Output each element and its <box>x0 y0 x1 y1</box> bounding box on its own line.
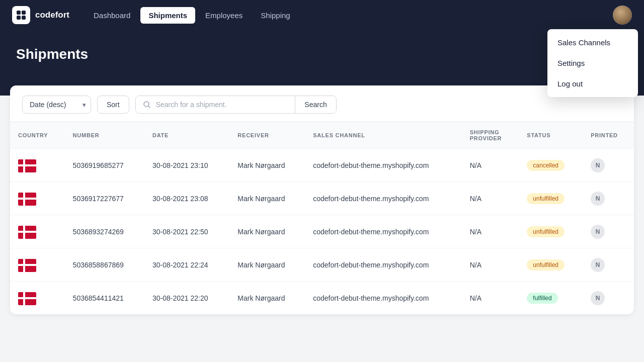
sort-button[interactable]: Sort <box>97 96 129 114</box>
svg-rect-1 <box>22 11 26 15</box>
logo[interactable]: codefort <box>12 6 69 24</box>
avatar-image <box>613 6 632 25</box>
svg-rect-3 <box>22 16 26 20</box>
table-row[interactable]: 503691722767730-08-2021 23:08Mark Nørgaa… <box>10 182 634 215</box>
flag-denmark <box>18 159 36 172</box>
cell-country <box>10 149 65 182</box>
flag-denmark <box>18 226 36 239</box>
cell-shipping-provider: N/A <box>462 282 519 315</box>
cell-country <box>10 248 65 282</box>
cell-receiver: Mark Nørgaard <box>229 248 305 282</box>
cell-sales-channel: codefort-debut-theme.myshopify.com <box>305 182 461 215</box>
flag-denmark <box>18 193 36 206</box>
page-title: Shipments <box>16 46 628 62</box>
dropdown-item-logout[interactable]: Log out <box>547 73 638 94</box>
cell-sales-channel: codefort-debut-theme.myshopify.com <box>305 149 461 182</box>
nav-link-dashboard[interactable]: Dashboard <box>86 7 138 24</box>
cell-date: 30-08-2021 22:24 <box>144 248 229 282</box>
sort-select-wrapper: Date (desc) Date (asc) Number (asc) ▾ <box>22 96 91 114</box>
cell-country <box>10 182 65 215</box>
printed-badge: N <box>591 291 605 305</box>
col-receiver: RECEIVER <box>229 122 305 149</box>
table-body: 503691968527730-08-2021 23:10Mark Nørgaa… <box>10 149 634 315</box>
table-row[interactable]: 503685441142130-08-2021 22:20Mark Nørgaa… <box>10 282 634 315</box>
table-row[interactable]: 503691968527730-08-2021 23:10Mark Nørgaa… <box>10 149 634 182</box>
cell-date: 30-08-2021 22:50 <box>144 215 229 248</box>
status-badge: unfulfilled <box>527 259 565 270</box>
cell-number: 5036917227677 <box>65 182 144 215</box>
cell-number: 5036893274269 <box>65 215 144 248</box>
status-badge: fulfilled <box>527 293 557 304</box>
sort-select[interactable]: Date (desc) Date (asc) Number (asc) <box>22 96 91 114</box>
printed-badge: N <box>591 192 605 206</box>
cell-printed: N <box>583 149 634 182</box>
table-row[interactable]: 503685886786930-08-2021 22:24Mark Nørgaa… <box>10 248 634 282</box>
cell-shipping-provider: N/A <box>462 215 519 248</box>
cell-status: fulfilled <box>519 282 583 315</box>
cell-country <box>10 282 65 315</box>
col-number: NUMBER <box>65 122 144 149</box>
cell-date: 30-08-2021 22:20 <box>144 282 229 315</box>
logo-icon <box>12 6 30 24</box>
table-header: COUNTRY NUMBER DATE RECEIVER SALES CHANN… <box>10 122 634 149</box>
cell-date: 30-08-2021 23:10 <box>144 149 229 182</box>
nav-links: Dashboard Shipments Employees Shipping <box>86 7 298 24</box>
cell-shipping-provider: N/A <box>462 182 519 215</box>
col-date: DATE <box>144 122 229 149</box>
table-row[interactable]: 503689327426930-08-2021 22:50Mark Nørgaa… <box>10 215 634 248</box>
search-button[interactable]: Search <box>295 96 336 113</box>
flag-denmark <box>18 292 36 305</box>
cell-status: unfulfilled <box>519 248 583 282</box>
flag-denmark <box>18 259 36 272</box>
shipments-table-wrap: COUNTRY NUMBER DATE RECEIVER SALES CHANN… <box>10 122 634 314</box>
cell-printed: N <box>583 182 634 215</box>
user-dropdown: Sales Channels Settings Log out <box>547 29 638 97</box>
printed-badge: N <box>591 258 605 272</box>
cell-printed: N <box>583 282 634 315</box>
cell-shipping-provider: N/A <box>462 248 519 282</box>
toolbar: Date (desc) Date (asc) Number (asc) ▾ So… <box>10 85 634 122</box>
dropdown-item-sales-channels[interactable]: Sales Channels <box>547 32 638 53</box>
nav-link-shipments[interactable]: Shipments <box>140 7 195 24</box>
cell-number: 5036854411421 <box>65 282 144 315</box>
col-printed: PRINTED <box>583 122 634 149</box>
cell-receiver: Mark Nørgaard <box>229 182 305 215</box>
status-badge: unfulfilled <box>527 193 565 204</box>
shipments-table: COUNTRY NUMBER DATE RECEIVER SALES CHANN… <box>10 122 634 314</box>
table-header-row: COUNTRY NUMBER DATE RECEIVER SALES CHANN… <box>10 122 634 149</box>
svg-rect-2 <box>17 16 21 20</box>
cell-country <box>10 215 65 248</box>
cell-number: 5036919685277 <box>65 149 144 182</box>
cell-receiver: Mark Nørgaard <box>229 282 305 315</box>
cell-status: unfulfilled <box>519 215 583 248</box>
nav-link-shipping[interactable]: Shipping <box>253 7 298 24</box>
main-card: Date (desc) Date (asc) Number (asc) ▾ So… <box>10 85 634 314</box>
navbar: codefort Dashboard Shipments Employees S… <box>0 0 644 30</box>
status-badge: cancelled <box>527 160 565 171</box>
cell-sales-channel: codefort-debut-theme.myshopify.com <box>305 282 461 315</box>
svg-line-5 <box>148 106 150 108</box>
search-input[interactable] <box>156 96 295 113</box>
col-sales-channel: SALES CHANNEL <box>305 122 461 149</box>
cell-sales-channel: codefort-debut-theme.myshopify.com <box>305 248 461 282</box>
cell-number: 5036858867869 <box>65 248 144 282</box>
cell-printed: N <box>583 215 634 248</box>
search-wrapper: Search <box>135 96 337 114</box>
search-icon <box>136 96 156 113</box>
cell-status: unfulfilled <box>519 182 583 215</box>
cell-receiver: Mark Nørgaard <box>229 215 305 248</box>
col-shipping-provider: SHIPPINGPROVIDER <box>462 122 519 149</box>
cell-sales-channel: codefort-debut-theme.myshopify.com <box>305 215 461 248</box>
cell-receiver: Mark Nørgaard <box>229 149 305 182</box>
status-badge: unfulfilled <box>527 226 565 237</box>
logo-text: codefort <box>35 10 69 20</box>
cell-date: 30-08-2021 23:08 <box>144 182 229 215</box>
nav-link-employees[interactable]: Employees <box>197 7 251 24</box>
avatar[interactable] <box>613 6 632 25</box>
printed-badge: N <box>591 225 605 239</box>
cell-status: cancelled <box>519 149 583 182</box>
printed-badge: N <box>591 158 605 172</box>
dropdown-item-settings[interactable]: Settings <box>547 53 638 73</box>
svg-rect-0 <box>17 11 21 15</box>
col-country: COUNTRY <box>10 122 65 149</box>
